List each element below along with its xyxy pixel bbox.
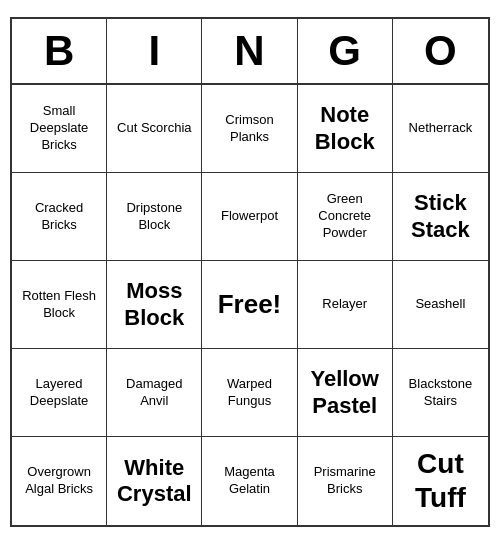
bingo-cell-16: Damaged Anvil: [107, 349, 202, 437]
bingo-letter: N: [202, 19, 297, 83]
bingo-letter: I: [107, 19, 202, 83]
cell-text: Stick Stack: [397, 190, 484, 243]
cell-text: Rotten Flesh Block: [16, 288, 102, 322]
cell-text: Flowerpot: [221, 208, 278, 225]
bingo-grid: Small Deepslate BricksCut ScorchiaCrimso…: [12, 85, 488, 525]
bingo-cell-0: Small Deepslate Bricks: [12, 85, 107, 173]
bingo-cell-19: Blackstone Stairs: [393, 349, 488, 437]
cell-text: Magenta Gelatin: [206, 464, 292, 498]
cell-text: Moss Block: [111, 278, 197, 331]
bingo-cell-18: Yellow Pastel: [298, 349, 393, 437]
cell-text: Cut Scorchia: [117, 120, 191, 137]
cell-text: Layered Deepslate: [16, 376, 102, 410]
bingo-cell-13: Relayer: [298, 261, 393, 349]
bingo-cell-15: Layered Deepslate: [12, 349, 107, 437]
cell-text: Small Deepslate Bricks: [16, 103, 102, 154]
bingo-cell-6: Dripstone Block: [107, 173, 202, 261]
cell-text: Relayer: [322, 296, 367, 313]
bingo-cell-11: Moss Block: [107, 261, 202, 349]
bingo-cell-9: Stick Stack: [393, 173, 488, 261]
bingo-cell-10: Rotten Flesh Block: [12, 261, 107, 349]
bingo-letter: G: [298, 19, 393, 83]
cell-text: Free!: [218, 288, 282, 322]
bingo-cell-2: Crimson Planks: [202, 85, 297, 173]
bingo-cell-7: Flowerpot: [202, 173, 297, 261]
cell-text: Yellow Pastel: [302, 366, 388, 419]
cell-text: Cut Tuff: [397, 447, 484, 514]
bingo-card: BINGO Small Deepslate BricksCut Scorchia…: [10, 17, 490, 527]
bingo-letter: O: [393, 19, 488, 83]
bingo-cell-21: White Crystal: [107, 437, 202, 525]
cell-text: Netherrack: [409, 120, 473, 137]
bingo-cell-23: Prismarine Bricks: [298, 437, 393, 525]
cell-text: Dripstone Block: [111, 200, 197, 234]
cell-text: Cracked Bricks: [16, 200, 102, 234]
cell-text: Seashell: [415, 296, 465, 313]
cell-text: Damaged Anvil: [111, 376, 197, 410]
cell-text: Blackstone Stairs: [397, 376, 484, 410]
bingo-cell-17: Warped Fungus: [202, 349, 297, 437]
bingo-cell-3: Note Block: [298, 85, 393, 173]
bingo-header: BINGO: [12, 19, 488, 85]
bingo-cell-5: Cracked Bricks: [12, 173, 107, 261]
bingo-cell-12: Free!: [202, 261, 297, 349]
bingo-cell-20: Overgrown Algal Bricks: [12, 437, 107, 525]
bingo-cell-24: Cut Tuff: [393, 437, 488, 525]
bingo-cell-14: Seashell: [393, 261, 488, 349]
cell-text: Crimson Planks: [206, 112, 292, 146]
bingo-letter: B: [12, 19, 107, 83]
cell-text: Note Block: [302, 102, 388, 155]
bingo-cell-8: Green Concrete Powder: [298, 173, 393, 261]
cell-text: Warped Fungus: [206, 376, 292, 410]
cell-text: Overgrown Algal Bricks: [16, 464, 102, 498]
cell-text: Green Concrete Powder: [302, 191, 388, 242]
bingo-cell-4: Netherrack: [393, 85, 488, 173]
cell-text: Prismarine Bricks: [302, 464, 388, 498]
bingo-cell-1: Cut Scorchia: [107, 85, 202, 173]
cell-text: White Crystal: [111, 455, 197, 508]
bingo-cell-22: Magenta Gelatin: [202, 437, 297, 525]
